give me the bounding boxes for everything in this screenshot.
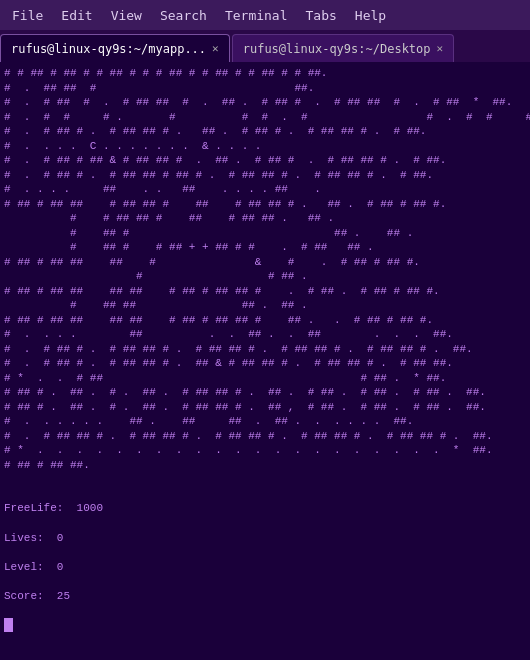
- menu-file[interactable]: File: [4, 5, 51, 26]
- tabbar: rufus@linux-qy9s:~/myapp... ✕ rufus@linu…: [0, 30, 530, 62]
- tab-1-label: rufus@linux-qy9s:~/Desktop: [243, 42, 431, 56]
- tab-1[interactable]: rufus@linux-qy9s:~/Desktop ✕: [232, 34, 454, 62]
- menu-tabs[interactable]: Tabs: [298, 5, 345, 26]
- menu-terminal[interactable]: Terminal: [217, 5, 296, 26]
- tab-1-close[interactable]: ✕: [437, 42, 444, 55]
- status-score: Score: 25: [4, 590, 70, 602]
- terminal-output: # # ## # ## # # ## # # # ## # # ## # # #…: [0, 62, 530, 660]
- tab-0[interactable]: rufus@linux-qy9s:~/myapp... ✕: [0, 34, 230, 62]
- status-lives: Lives: 0: [4, 532, 63, 544]
- menu-help[interactable]: Help: [347, 5, 394, 26]
- menu-edit[interactable]: Edit: [53, 5, 100, 26]
- menu-search[interactable]: Search: [152, 5, 215, 26]
- tab-0-close[interactable]: ✕: [212, 42, 219, 55]
- status-freelife: FreeLife: 1000: [4, 502, 103, 514]
- terminal-ascii-art: # # ## # ## # # ## # # # ## # # ## # # #…: [4, 67, 530, 471]
- tab-0-label: rufus@linux-qy9s:~/myapp...: [11, 42, 206, 56]
- menubar: File Edit View Search Terminal Tabs Help: [0, 0, 530, 30]
- terminal-cursor: [4, 618, 13, 632]
- status-level: Level: 0: [4, 561, 63, 573]
- menu-view[interactable]: View: [103, 5, 150, 26]
